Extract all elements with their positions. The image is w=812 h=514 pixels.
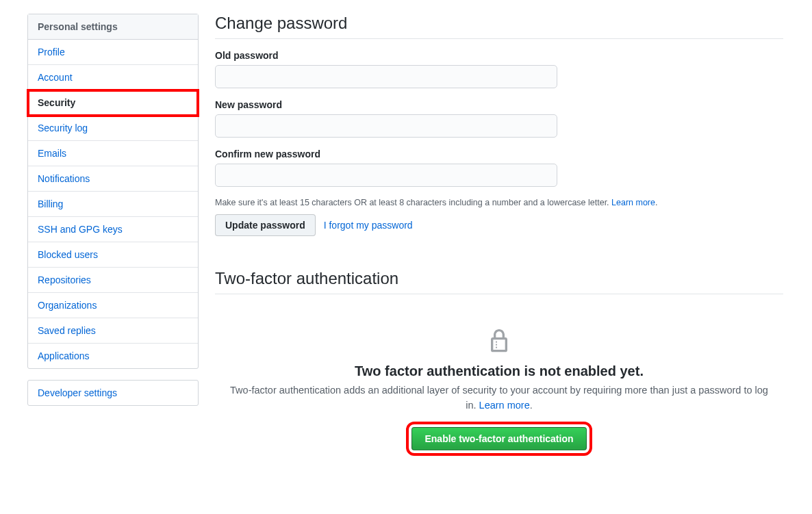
sidebar-item-profile[interactable]: Profile <box>28 40 198 65</box>
password-actions: Update password I forgot my password <box>215 214 783 236</box>
old-password-label: Old password <box>215 50 783 61</box>
sidebar-item-billing[interactable]: Billing <box>28 192 198 217</box>
confirm-password-input[interactable] <box>215 164 557 187</box>
sidebar-header: Personal settings <box>28 14 198 40</box>
svg-point-0 <box>496 342 497 343</box>
old-password-input[interactable] <box>215 65 557 88</box>
sidebar-item-developer-settings[interactable]: Developer settings <box>28 381 198 405</box>
svg-point-1 <box>496 344 497 346</box>
two-factor-status: Two factor authentication is not enabled… <box>229 363 770 379</box>
password-hint: Make sure it's at least 15 characters OR… <box>215 198 783 207</box>
lock-icon <box>488 327 510 355</box>
main-content: Change password Old password New passwor… <box>215 14 783 457</box>
sidebar-item-blocked-users[interactable]: Blocked users <box>28 242 198 268</box>
sidebar-item-repositories[interactable]: Repositories <box>28 268 198 293</box>
old-password-group: Old password <box>215 50 783 88</box>
sidebar-item-organizations[interactable]: Organizations <box>28 293 198 318</box>
sidebar-item-applications[interactable]: Applications <box>28 344 198 368</box>
two-factor-description: Two-factor authentication adds an additi… <box>229 383 770 413</box>
sidebar-item-saved-replies[interactable]: Saved replies <box>28 318 198 344</box>
sidebar-item-security-log[interactable]: Security log <box>28 116 198 141</box>
svg-point-2 <box>496 347 497 348</box>
change-password-title: Change password <box>215 14 783 39</box>
two-factor-title: Two-factor authentication <box>215 269 783 294</box>
password-learn-more-link[interactable]: Learn more <box>611 198 655 207</box>
new-password-group: New password <box>215 99 783 138</box>
sidebar-item-ssh-gpg-keys[interactable]: SSH and GPG keys <box>28 217 198 242</box>
two-factor-learn-more-link[interactable]: Learn more <box>479 400 530 411</box>
new-password-input[interactable] <box>215 114 557 138</box>
sidebar-item-notifications[interactable]: Notifications <box>28 166 198 192</box>
sidebar-item-emails[interactable]: Emails <box>28 141 198 166</box>
two-factor-block: Two factor authentication is not enabled… <box>215 305 783 457</box>
forgot-password-link[interactable]: I forgot my password <box>324 220 413 231</box>
confirm-password-label: Confirm new password <box>215 149 783 159</box>
settings-sidebar: Personal settings Profile Account Securi… <box>27 14 199 457</box>
enable-two-factor-button[interactable]: Enable two-factor authentication <box>411 427 586 450</box>
developer-settings-menu: Developer settings <box>27 380 199 406</box>
update-password-button[interactable]: Update password <box>215 214 316 236</box>
sidebar-item-account[interactable]: Account <box>28 65 198 90</box>
confirm-password-group: Confirm new password <box>215 149 783 187</box>
personal-settings-menu: Personal settings Profile Account Securi… <box>27 14 199 369</box>
new-password-label: New password <box>215 99 783 110</box>
sidebar-item-security[interactable]: Security <box>28 90 198 116</box>
